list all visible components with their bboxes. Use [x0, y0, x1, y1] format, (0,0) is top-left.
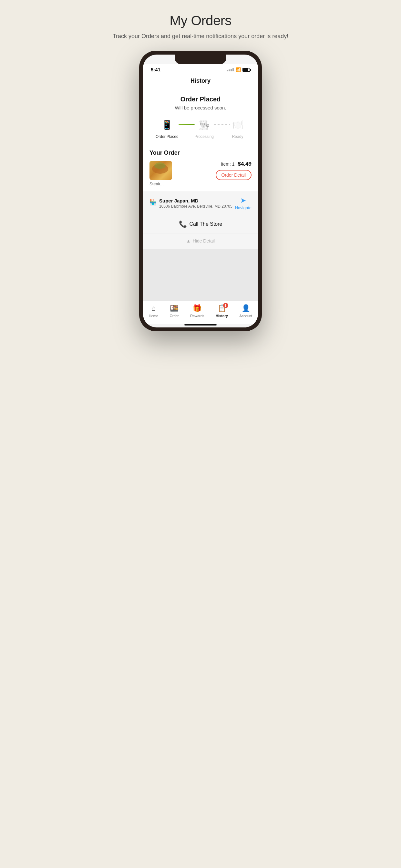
connector-1	[179, 124, 195, 125]
wifi-icon: 📶	[235, 67, 241, 72]
status-time: 5:41	[151, 67, 160, 72]
phone-frame: 5:41 📶 History Order Placed Will be proc…	[139, 51, 262, 331]
store-details: 🏪 Super Japan, MD 10506 Baltimore Ave, B…	[150, 198, 233, 209]
store-name: Super Japan, MD	[159, 198, 233, 204]
nav-label-account: Account	[239, 314, 252, 318]
order-status-title: Order Placed	[150, 96, 251, 103]
food-image	[150, 161, 172, 180]
hide-detail-label: Hide Detail	[193, 238, 215, 244]
call-store-button[interactable]: 📞 Call The Store	[179, 220, 222, 228]
status-icons: 📶	[227, 67, 250, 72]
order-item-row: Steak... Item: 1 $4.49 Order Detail	[150, 161, 251, 186]
store-info-row: 🏪 Super Japan, MD 10506 Baltimore Ave, B…	[143, 191, 258, 215]
phone-screen: 5:41 📶 History Order Placed Will be proc…	[143, 55, 258, 328]
step-processing: 👨‍🍳 Processing	[195, 117, 214, 139]
step-order-placed-label: Order Placed	[156, 134, 179, 139]
nav-label-home: Home	[149, 314, 158, 318]
navigate-label: Navigate	[235, 206, 251, 210]
nav-item-rewards[interactable]: 🎁 Rewards	[190, 304, 204, 318]
account-icon: 👤	[242, 304, 250, 313]
nav-item-account[interactable]: 👤 Account	[239, 304, 252, 318]
battery-icon	[243, 68, 250, 72]
store-text: Super Japan, MD 10506 Baltimore Ave, Bel…	[159, 198, 233, 209]
progress-steps: 📱 Order Placed 👨‍🍳 Processing	[150, 117, 251, 139]
food-visual	[150, 161, 172, 180]
step-ready: 🍽️ Ready	[230, 117, 245, 139]
hide-detail-button[interactable]: ▲ Hide Detail	[186, 238, 215, 244]
step-processing-label: Processing	[195, 134, 214, 139]
step-ready-label: Ready	[232, 134, 243, 139]
order-icon: 🍱	[170, 304, 179, 313]
nav-label-order: Order	[170, 314, 179, 318]
signal-icon	[227, 68, 234, 71]
page-header: My Orders Track your Orders and get real…	[113, 13, 289, 40]
navigate-button[interactable]: ➤ Navigate	[235, 196, 251, 210]
order-item-name: Steak...	[150, 182, 172, 186]
nav-item-order[interactable]: 🍱 Order	[170, 304, 179, 318]
step-order-placed: 📱 Order Placed	[156, 117, 179, 139]
processing-icon: 👨‍🍳	[198, 120, 210, 130]
order-status-subtitle: Will be processed soon.	[150, 105, 251, 111]
phone-notch	[175, 55, 226, 64]
call-store-row: 📞 Call The Store	[143, 215, 258, 233]
history-badge: 1	[223, 303, 228, 308]
chevron-up-icon: ▲	[186, 238, 191, 244]
call-store-label: Call The Store	[189, 221, 222, 227]
order-item-right: Item: 1 $4.49 Order Detail	[216, 161, 251, 180]
order-placed-icon: 📱	[161, 120, 173, 130]
your-order-section: Your Order Steak... Item: 1 $4.49 Order …	[143, 144, 258, 191]
order-item-meta-price-row: Item: 1 $4.49	[221, 161, 251, 167]
screen-header: History	[143, 73, 258, 89]
nav-item-history[interactable]: 📋 1 History	[216, 304, 228, 318]
hide-detail-row: ▲ Hide Detail	[143, 233, 258, 249]
ready-icon: 🍽️	[232, 120, 243, 130]
page-title: My Orders	[113, 13, 289, 28]
store-building-icon: 🏪	[150, 198, 157, 206]
order-detail-button[interactable]: Order Detail	[216, 170, 251, 180]
status-bar: 5:41 📶	[143, 64, 258, 73]
ready-icon-wrap: 🍽️	[230, 117, 245, 132]
store-address: 10506 Baltimore Ave, Beltsville, MD 2070…	[159, 204, 233, 209]
nav-label-rewards: Rewards	[190, 314, 204, 318]
processing-icon-wrap: 👨‍🍳	[196, 117, 212, 132]
connector-2	[214, 124, 230, 125]
order-item-price: $4.49	[238, 161, 251, 167]
order-item-count: Item: 1	[221, 161, 235, 166]
nav-label-history: History	[216, 314, 228, 318]
page-subtitle: Track your Orders and get real-time noti…	[113, 32, 289, 40]
home-icon: ⌂	[151, 304, 156, 313]
your-order-title: Your Order	[150, 150, 251, 156]
order-item-image: Steak...	[150, 161, 172, 186]
gray-content-area	[143, 249, 258, 301]
order-placed-icon-wrap: 📱	[159, 117, 175, 132]
history-icon: 📋 1	[218, 304, 226, 313]
order-status-section: Order Placed Will be processed soon. 📱 O…	[143, 89, 258, 144]
screen-title: History	[190, 78, 211, 84]
bottom-nav: ⌂ Home 🍱 Order 🎁 Rewards 📋 1 History	[143, 301, 258, 324]
navigate-arrow-icon: ➤	[240, 196, 246, 205]
rewards-icon: 🎁	[193, 304, 202, 313]
phone-icon: 📞	[179, 220, 187, 228]
home-indicator-bar	[184, 324, 217, 326]
nav-item-home[interactable]: ⌂ Home	[149, 304, 158, 318]
